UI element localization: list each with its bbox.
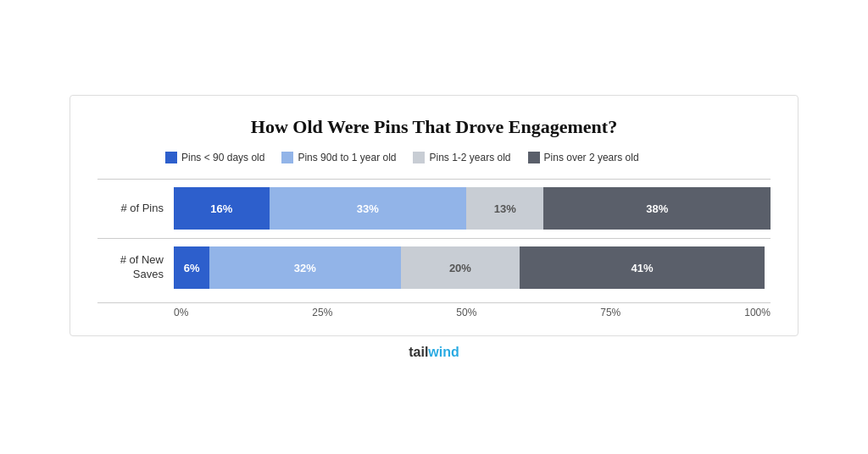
x-axis: 0%25%50%75%100%	[97, 302, 771, 318]
legend-swatch-dark-gray	[528, 152, 540, 163]
bar-segment-r0-s1: 33%	[270, 187, 466, 230]
x-axis-label-3: 75%	[600, 307, 620, 318]
legend-item-dark-blue: Pins < 90 days old	[165, 152, 264, 163]
bar-segment-r1-s2: 20%	[401, 246, 520, 289]
brand-wind: wind	[428, 345, 459, 359]
row-label-0: # of Pins	[97, 202, 174, 216]
bar-segment-r1-s1: 32%	[209, 246, 400, 289]
legend-label-dark-blue: Pins < 90 days old	[181, 152, 264, 163]
legend-swatch-light-gray	[413, 152, 425, 163]
legend-item-light-gray: Pins 1-2 years old	[413, 152, 510, 163]
brand-tail: tail	[409, 345, 428, 359]
legend-swatch-dark-blue	[165, 152, 177, 163]
bar-track-0: 16%33%13%38%	[174, 187, 771, 230]
row-label-1: # of New Saves	[97, 253, 174, 282]
x-axis-label-4: 100%	[744, 307, 771, 318]
x-axis-label-0: 0%	[174, 307, 188, 318]
bar-segment-r1-s0: 6%	[174, 246, 209, 289]
legend-label-dark-gray: Pins over 2 years old	[544, 152, 639, 163]
bar-row-0: # of Pins16%33%13%38%	[97, 179, 771, 238]
bar-track-1: 6%32%20%41%	[174, 246, 771, 289]
legend-label-light-gray: Pins 1-2 years old	[429, 152, 510, 163]
legend-label-light-blue: Pins 90d to 1 year old	[298, 152, 396, 163]
chart-container: How Old Were Pins That Drove Engagement?…	[70, 95, 798, 336]
bar-segment-r0-s3: 38%	[543, 187, 771, 230]
legend-item-light-blue: Pins 90d to 1 year old	[281, 152, 396, 163]
x-axis-label-1: 25%	[312, 307, 332, 318]
chart-area: # of Pins16%33%13%38%# of New Saves6%32%…	[97, 179, 771, 297]
legend-swatch-light-blue	[281, 152, 293, 163]
bar-segment-r1-s3: 41%	[520, 246, 765, 289]
bar-segment-r0-s0: 16%	[174, 187, 270, 230]
legend: Pins < 90 days old Pins 90d to 1 year ol…	[97, 152, 771, 163]
x-axis-label-2: 50%	[456, 307, 476, 318]
brand-footer: tailwind	[409, 345, 459, 360]
bar-row-1: # of New Saves6%32%20%41%	[97, 238, 771, 297]
chart-title: How Old Were Pins That Drove Engagement?	[97, 116, 771, 138]
bar-segment-r0-s2: 13%	[466, 187, 544, 230]
legend-item-dark-gray: Pins over 2 years old	[528, 152, 639, 163]
